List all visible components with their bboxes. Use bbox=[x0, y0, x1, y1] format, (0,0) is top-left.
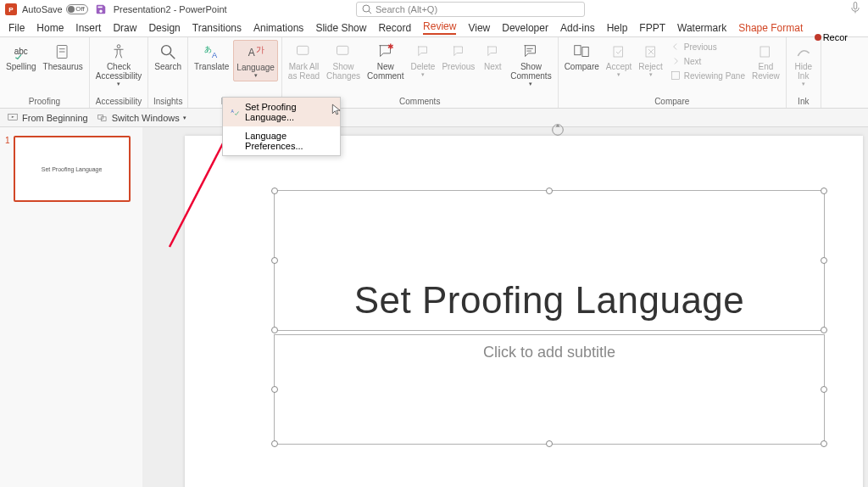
svg-line-37 bbox=[551, 326, 554, 333]
chevron-down-icon: ▾ bbox=[649, 71, 653, 78]
selection-handle[interactable] bbox=[821, 188, 827, 194]
shared-edge-handle[interactable] bbox=[819, 326, 829, 334]
language-button[interactable]: A가 Language ▾ bbox=[233, 40, 278, 81]
rotation-handle[interactable] bbox=[550, 122, 565, 137]
selection-handle[interactable] bbox=[271, 386, 278, 393]
tab-slideshow[interactable]: Slide Show bbox=[315, 22, 366, 34]
tab-home[interactable]: Home bbox=[36, 22, 64, 34]
show-changes-button[interactable]: Show Changes bbox=[324, 40, 363, 82]
set-proofing-language-item[interactable]: A Set Proofing Language... bbox=[223, 98, 340, 126]
svg-line-36 bbox=[548, 326, 551, 333]
compare-previous-button[interactable]: Previous bbox=[667, 40, 748, 53]
spelling-button[interactable]: abc Spelling bbox=[3, 40, 39, 73]
tab-view[interactable]: View bbox=[468, 22, 490, 34]
group-proofing: abc Spelling Thesaurus Proofing bbox=[0, 37, 90, 108]
save-icon[interactable] bbox=[95, 3, 107, 15]
toggle-switch[interactable]: Off bbox=[66, 4, 88, 14]
svg-rect-11 bbox=[298, 46, 309, 54]
record-button[interactable]: Recor bbox=[815, 32, 848, 42]
tab-transitions[interactable]: Transitions bbox=[192, 22, 242, 34]
chevron-down-icon: ▾ bbox=[183, 115, 186, 121]
tab-addins[interactable]: Add-ins bbox=[560, 22, 595, 34]
selection-handle[interactable] bbox=[546, 188, 553, 194]
tab-animations[interactable]: Animations bbox=[253, 22, 303, 34]
compare-nav: Previous Next Reviewing Pane bbox=[667, 40, 748, 82]
check-accessibility-button[interactable]: Check Accessibility ▾ bbox=[93, 40, 144, 89]
reviewing-pane-button[interactable]: Reviewing Pane bbox=[667, 69, 748, 82]
document-title: Presentation2 - PowerPoint bbox=[114, 4, 227, 14]
svg-line-31 bbox=[276, 326, 280, 333]
ribbon: abc Spelling Thesaurus Proofing Check Ac… bbox=[0, 37, 868, 109]
search-icon bbox=[362, 4, 372, 14]
tab-fppt[interactable]: FPPT bbox=[639, 22, 665, 34]
shared-edge-handle[interactable] bbox=[270, 326, 280, 334]
search-input[interactable]: Search (Alt+Q) bbox=[356, 2, 585, 17]
svg-text:A: A bbox=[231, 109, 234, 114]
tab-draw[interactable]: Draw bbox=[113, 22, 136, 34]
selection-handle[interactable] bbox=[271, 188, 278, 194]
workspace: 1 Set Proofing Language Set Proofing Lan… bbox=[0, 127, 868, 487]
new-comment-button[interactable]: ✱ New Comment bbox=[364, 40, 406, 82]
selection-handle[interactable] bbox=[271, 257, 278, 264]
selection-handle[interactable] bbox=[821, 440, 827, 447]
compare-next-button[interactable]: Next bbox=[667, 54, 748, 68]
chevron-down-icon: ▾ bbox=[617, 71, 620, 78]
accept-button[interactable]: Accept ▾ bbox=[604, 40, 635, 80]
thesaurus-button[interactable]: Thesaurus bbox=[41, 40, 86, 73]
svg-text:A: A bbox=[212, 51, 218, 59]
selection-handle[interactable] bbox=[546, 440, 553, 447]
tab-review[interactable]: Review bbox=[423, 20, 456, 35]
group-compare: Compare Accept ▾ Reject ▾ Previous Next … bbox=[559, 37, 787, 108]
svg-line-33 bbox=[822, 326, 826, 333]
presentation-icon bbox=[7, 112, 19, 124]
tab-watermark[interactable]: Watermark bbox=[677, 22, 726, 34]
slide-thumbnail[interactable]: Set Proofing Language bbox=[14, 136, 131, 202]
tab-design[interactable]: Design bbox=[148, 22, 180, 34]
tab-file[interactable]: File bbox=[8, 22, 25, 34]
shared-edge-handle[interactable] bbox=[544, 326, 554, 334]
group-ink: Hide Ink ▾ Ink bbox=[787, 37, 821, 108]
slide[interactable]: Set Proofing Language Click to add subti… bbox=[185, 136, 863, 487]
hide-ink-button[interactable]: Hide Ink ▾ bbox=[790, 40, 817, 89]
search-insights-button[interactable]: Search bbox=[152, 40, 184, 73]
switch-windows-button[interactable]: Switch Windows ▾ bbox=[97, 112, 186, 124]
previous-comment-button[interactable]: Previous bbox=[439, 40, 477, 73]
svg-line-29 bbox=[270, 326, 273, 333]
autosave-toggle[interactable]: AutoSave Off bbox=[22, 4, 88, 14]
delete-comment-button[interactable]: Delete ▾ bbox=[408, 40, 437, 80]
show-comments-button[interactable]: Show Comments ▾ bbox=[508, 40, 554, 89]
ribbon-tabs: File Home Insert Draw Design Transitions… bbox=[0, 19, 868, 37]
quick-access-toolbar: From Beginning Switch Windows ▾ bbox=[0, 109, 868, 127]
language-preferences-item[interactable]: Language Preferences... bbox=[223, 126, 340, 155]
selection-handle[interactable] bbox=[821, 386, 827, 393]
group-accessibility: Check Accessibility ▾ Accessibility bbox=[90, 37, 148, 108]
tab-insert[interactable]: Insert bbox=[75, 22, 101, 34]
subtitle-placeholder[interactable]: Click to add subtitle bbox=[274, 334, 825, 445]
title-placeholder[interactable]: Set Proofing Language bbox=[274, 190, 825, 331]
tab-shape-format[interactable]: Shape Format bbox=[738, 22, 803, 34]
subtitle-text[interactable]: Click to add subtitle bbox=[483, 335, 615, 361]
mark-all-read-button[interactable]: Mark All as Read bbox=[286, 40, 322, 82]
slide-thumbnail-1[interactable]: 1 Set Proofing Language bbox=[5, 136, 137, 202]
selection-handle[interactable] bbox=[821, 257, 827, 264]
svg-rect-21 bbox=[760, 47, 770, 57]
slide-thumbnail-panel[interactable]: 1 Set Proofing Language bbox=[0, 127, 142, 487]
tab-help[interactable]: Help bbox=[607, 22, 628, 34]
powerpoint-icon: P bbox=[5, 3, 17, 15]
end-review-button[interactable]: End Review bbox=[749, 40, 782, 82]
reject-button[interactable]: Reject ▾ bbox=[636, 40, 665, 80]
tab-developer[interactable]: Developer bbox=[502, 22, 548, 34]
title-text[interactable]: Set Proofing Language bbox=[354, 279, 745, 330]
translate-button[interactable]: あA Translate bbox=[192, 40, 231, 73]
proofing-icon: A bbox=[230, 106, 240, 118]
svg-line-34 bbox=[826, 326, 829, 333]
chevron-down-icon: ▾ bbox=[802, 81, 805, 87]
next-comment-button[interactable]: Next bbox=[479, 40, 506, 73]
tab-record[interactable]: Record bbox=[378, 22, 411, 34]
selection-handle[interactable] bbox=[271, 440, 278, 447]
slide-canvas[interactable]: Set Proofing Language Click to add subti… bbox=[142, 127, 868, 487]
from-beginning-button[interactable]: From Beginning bbox=[7, 112, 88, 124]
svg-rect-20 bbox=[671, 71, 679, 79]
compare-button[interactable]: Compare bbox=[562, 40, 602, 73]
mic-icon[interactable] bbox=[849, 2, 861, 14]
